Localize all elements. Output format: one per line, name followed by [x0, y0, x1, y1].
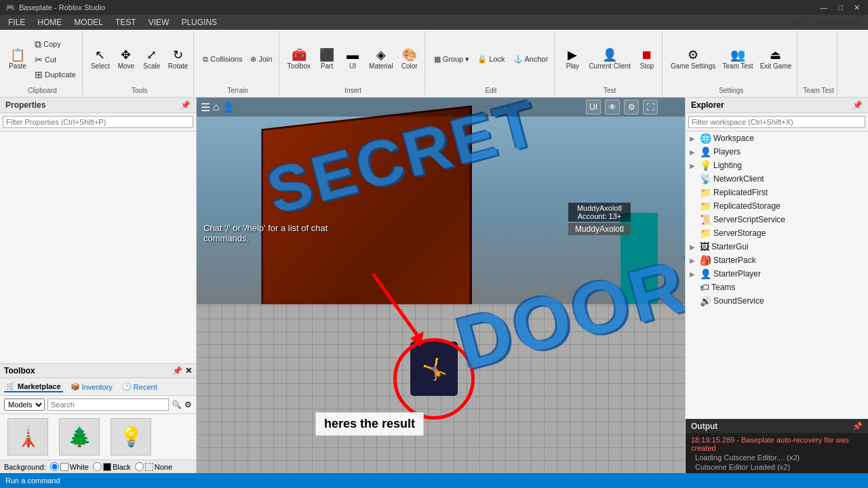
- bg-black-radio[interactable]: [93, 462, 102, 471]
- ui-icon: ▬: [347, 49, 359, 61]
- menu-model[interactable]: MODEL: [68, 16, 108, 28]
- lighting-icon: 💡: [700, 160, 711, 171]
- group-button[interactable]: ▦ Group ▾: [431, 54, 473, 65]
- nametag-username: MuddyAxolotl: [574, 204, 625, 212]
- bg-black-label: Black: [113, 463, 131, 471]
- explorer-filter-input[interactable]: [688, 116, 865, 128]
- select-icon: ↖: [95, 49, 105, 61]
- app-icon: 🎮: [5, 3, 15, 12]
- close-button[interactable]: ✕: [851, 3, 863, 12]
- toolbox-header: Toolbox 📌 ✕: [0, 364, 196, 378]
- bg-none-option[interactable]: None: [135, 462, 172, 471]
- ribbon-group-tools: ↖ Select ✥ Move ⤢ Scale ↻ Rotate Tools: [85, 31, 194, 96]
- bg-white-label: White: [70, 463, 89, 471]
- tree-item-replicatedfirst[interactable]: 📁 ReplicatedFirst: [686, 186, 868, 199]
- menu-view[interactable]: VIEW: [143, 16, 175, 28]
- tree-item-soundservice[interactable]: 🔊 SoundService: [686, 294, 868, 308]
- toolbox-tab-recent[interactable]: 🕐 Recent: [120, 381, 159, 392]
- select-button[interactable]: ↖ Select: [88, 47, 113, 71]
- tree-item-workspace[interactable]: ▶ 🌐 Workspace: [686, 131, 868, 145]
- tree-item-serverstorage[interactable]: 📁 ServerStorage: [686, 226, 868, 240]
- menu-file[interactable]: FILE: [3, 16, 31, 28]
- toolbox-tab-marketplace[interactable]: 🛒 Marketplace: [4, 381, 63, 392]
- cut-button[interactable]: ✂ Cut: [31, 53, 79, 66]
- play-button[interactable]: ▶ Play: [560, 47, 585, 71]
- toolbox-item-tower[interactable]: 🗼: [4, 418, 52, 455]
- toolbox-item-lamp-img: 💡: [111, 418, 151, 455]
- bg-white-radio[interactable]: [50, 462, 59, 471]
- viewport-fullscreen-icon[interactable]: ⛶: [643, 100, 658, 115]
- menu-home[interactable]: HOME: [32, 16, 67, 28]
- tree-item-networkclient[interactable]: 📡 NetworkClient: [686, 172, 868, 186]
- replicatedfirst-label: ReplicatedFirst: [713, 188, 768, 197]
- anchor-button[interactable]: ⚓ Anchor: [510, 54, 552, 65]
- current-client-button[interactable]: 👤 Current Client: [586, 47, 633, 71]
- hamburger-icon[interactable]: ☰: [201, 101, 210, 114]
- collisions-button[interactable]: ⧉ Collisions: [199, 54, 245, 65]
- window-controls[interactable]: — □ ✕: [817, 3, 863, 12]
- duplicate-button[interactable]: ⊞ Duplicate: [31, 68, 79, 81]
- minimize-button[interactable]: —: [817, 3, 830, 12]
- tree-item-replicatedstorage[interactable]: 📁 ReplicatedStorage: [686, 199, 868, 213]
- lighting-label: Lighting: [713, 161, 742, 170]
- tree-item-lighting[interactable]: ▶ 💡 Lighting: [686, 159, 868, 172]
- run-command-label[interactable]: Run a command: [5, 476, 60, 485]
- properties-pin-icon[interactable]: 📌: [180, 100, 191, 110]
- toolbox-icon: 🧰: [292, 49, 307, 61]
- toolbox-category-select[interactable]: Models: [4, 399, 45, 411]
- viewport-toolbar-icon3[interactable]: 👤: [222, 102, 234, 113]
- lock-button[interactable]: 🔒 Lock: [474, 54, 508, 65]
- game-settings-button[interactable]: ⚙ Game Settings: [668, 47, 718, 71]
- tree-item-startergui[interactable]: ▶ 🖼 StarterGui: [686, 240, 868, 253]
- viewport-eye-icon[interactable]: 👁: [605, 100, 620, 115]
- bg-none-radio[interactable]: [135, 462, 144, 471]
- output-pin-icon[interactable]: 📌: [852, 422, 863, 431]
- exit-game-button[interactable]: ⏏ Exit Game: [757, 47, 795, 71]
- stop-label: Stop: [640, 62, 654, 70]
- ui-button[interactable]: ▬ UI: [340, 47, 365, 71]
- menu-test[interactable]: TEST: [110, 16, 142, 28]
- toolbox-tab-inventory[interactable]: 📦 Inventory: [68, 381, 115, 392]
- bg-white-option[interactable]: White: [50, 462, 89, 471]
- move-button[interactable]: ✥ Move: [114, 47, 138, 71]
- tree-item-players[interactable]: ▶ 👤 Players: [686, 145, 868, 159]
- join-button[interactable]: ⊕ Join: [247, 54, 275, 65]
- tree-item-starterpack[interactable]: ▶ 🎒 StarterPack: [686, 253, 868, 267]
- paste-button[interactable]: 📋 Paste: [5, 47, 30, 71]
- scale-icon: ⤢: [146, 49, 157, 61]
- viewport[interactable]: Chat '/' or '/help' for a list of chat c…: [197, 98, 685, 473]
- explorer-pin-icon[interactable]: 📌: [852, 100, 863, 110]
- serverstorage-icon: 📁: [700, 228, 711, 239]
- tree-item-serverscriptservice[interactable]: 📜 ServerScriptService: [686, 213, 868, 226]
- toolbox-search-icon[interactable]: 🔍: [172, 400, 182, 409]
- stop-button[interactable]: ⏹ Stop: [635, 47, 659, 71]
- toolbox-close-icon[interactable]: ✕: [185, 366, 192, 375]
- workspace-expand-arrow: ▶: [690, 135, 698, 142]
- home-icon[interactable]: ⌂: [213, 101, 220, 113]
- scale-button[interactable]: ⤢ Scale: [140, 47, 164, 71]
- maximize-button[interactable]: □: [835, 3, 846, 12]
- menu-plugins[interactable]: PLUGINS: [176, 16, 222, 28]
- viewport-ui-icon[interactable]: UI: [586, 100, 601, 115]
- toolbox-search-input[interactable]: [47, 399, 169, 411]
- viewport-settings-icon[interactable]: ⚙: [624, 100, 639, 115]
- toolbox-item-tree[interactable]: 🌲: [56, 418, 103, 455]
- networkclient-label: NetworkClient: [713, 174, 764, 184]
- tree-item-teams[interactable]: 🏷 Teams: [686, 281, 868, 294]
- color-button[interactable]: 🎨 Color: [397, 47, 422, 71]
- toolbox-bg-bar: Background: White Black None: [0, 460, 196, 473]
- part-button[interactable]: ⬛ Part: [315, 47, 339, 71]
- toolbox-button[interactable]: 🧰 Toolbox: [285, 47, 313, 71]
- toolbox-item-lamp[interactable]: 💡: [107, 418, 155, 455]
- toolbox-filter-icon[interactable]: ⚙: [184, 400, 192, 409]
- material-button[interactable]: ◈ Material: [366, 47, 396, 71]
- properties-filter-input[interactable]: [3, 116, 193, 128]
- tree-item-starterplayer[interactable]: ▶ 👤 StarterPlayer: [686, 267, 868, 281]
- copy-button[interactable]: ⧉ Copy: [31, 37, 79, 52]
- toolbox-pin-icon[interactable]: 📌: [172, 366, 182, 375]
- team-test-button[interactable]: 👥 Team Test: [719, 47, 755, 71]
- color-label: Color: [401, 62, 418, 70]
- bg-black-option[interactable]: Black: [93, 462, 131, 471]
- copy-icon: ⧉: [35, 39, 41, 50]
- rotate-button[interactable]: ↻ Rotate: [165, 47, 191, 71]
